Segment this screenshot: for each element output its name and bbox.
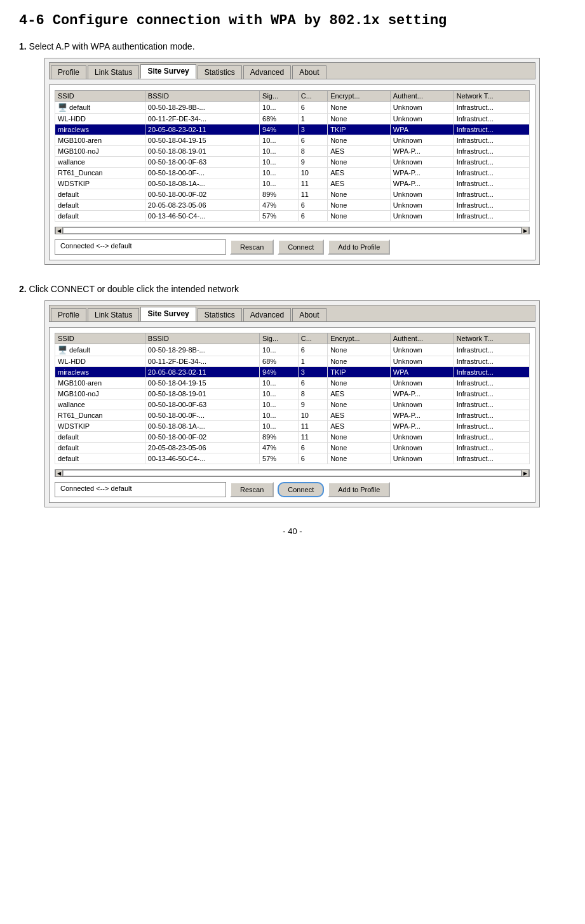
cell-ssid: default xyxy=(55,189,145,200)
page-number: - 40 - xyxy=(19,526,566,536)
cell-sig: 10... xyxy=(260,168,299,178)
panel-content-2: SSID BSSID Sig... C... Encrypt... Authen… xyxy=(49,327,535,503)
table-row[interactable]: default20-05-08-23-05-0647%6NoneUnknownI… xyxy=(55,443,530,453)
step-1-text: 1. Select A.P with WPA authentication mo… xyxy=(19,41,566,51)
tab-linkstatus-1[interactable]: Link Status xyxy=(88,65,139,79)
horizontal-scrollbar-1[interactable]: ◀ ▶ xyxy=(55,227,530,234)
cell-auth: Unknown xyxy=(390,356,454,367)
cell-auth: Unknown xyxy=(390,211,454,222)
cell-auth: Unknown xyxy=(390,453,454,464)
cell-net: Infrastruct... xyxy=(454,102,529,114)
table-row[interactable]: wallance00-50-18-00-0F-6310...9NoneUnkno… xyxy=(55,157,530,168)
connect-button-2[interactable]: Connect xyxy=(278,482,324,497)
cell-encrypt: AES xyxy=(328,146,391,157)
tab-sitesurvey-2[interactable]: Site Survey xyxy=(140,307,196,321)
panel-content-1: SSID BSSID Sig... C... Encrypt... Authen… xyxy=(49,84,535,260)
cell-net: Infrastruct... xyxy=(454,168,529,178)
rescan-button-2[interactable]: Rescan xyxy=(230,482,274,497)
tab-statistics-2[interactable]: Statistics xyxy=(198,308,242,321)
table-row[interactable]: 🖥️default00-50-18-29-8B-...10...6NoneUnk… xyxy=(55,102,530,114)
cell-bssid: 00-50-18-00-0F-02 xyxy=(145,432,259,443)
cell-bssid: 20-05-08-23-05-06 xyxy=(145,200,259,211)
step-1-description: Select A.P with WPA authentication mode. xyxy=(29,41,195,51)
cell-auth: WPA-P... xyxy=(390,168,454,178)
cell-net: Infrastruct... xyxy=(454,421,529,432)
add-to-profile-button-1[interactable]: Add to Profile xyxy=(328,239,390,255)
horizontal-scrollbar-2[interactable]: ◀ ▶ xyxy=(55,469,530,477)
table-row[interactable]: default00-13-46-50-C4-...57%6NoneUnknown… xyxy=(55,211,530,222)
cell-sig: 10... xyxy=(260,102,299,114)
cell-encrypt: TKIP xyxy=(328,367,391,378)
cell-ssid: default xyxy=(55,432,145,443)
table-row[interactable]: default00-50-18-00-0F-0289%11NoneUnknown… xyxy=(55,189,530,200)
cell-encrypt: None xyxy=(328,135,391,146)
table-row[interactable]: WDSTKIP00-50-18-08-1A-...10...11AESWPA-P… xyxy=(55,178,530,189)
tab-profile-1[interactable]: Profile xyxy=(51,65,86,79)
table-row[interactable]: MGB100-noJ00-50-18-08-19-0110...8AESWPA-… xyxy=(55,389,530,399)
cell-net: Infrastruct... xyxy=(454,146,529,157)
cell-auth: Unknown xyxy=(390,443,454,453)
cell-net: Infrastruct... xyxy=(454,124,529,135)
table-row[interactable]: 🖥️default00-50-18-29-8B-...10...6NoneUnk… xyxy=(55,344,530,356)
network-connected-icon: 🖥️ xyxy=(58,103,67,112)
table-row[interactable]: MGB100-noJ00-50-18-08-19-0110...8AESWPA-… xyxy=(55,146,530,157)
tab-advanced-2[interactable]: Advanced xyxy=(243,308,291,321)
cell-bssid: 00-50-18-00-0F-02 xyxy=(145,189,259,200)
tab-advanced-1[interactable]: Advanced xyxy=(243,65,291,79)
cell-auth: Unknown xyxy=(390,102,454,114)
rescan-button-1[interactable]: Rescan xyxy=(230,239,274,255)
table-row[interactable]: miraclews20-05-08-23-02-1194%3TKIPWPAInf… xyxy=(55,367,530,378)
cell-c: 6 xyxy=(298,102,327,114)
cell-encrypt: AES xyxy=(328,421,391,432)
table-row[interactable]: WL-HDD00-11-2F-DE-34-...68%1NoneUnknownI… xyxy=(55,114,530,124)
cell-bssid: 20-05-08-23-02-11 xyxy=(145,367,259,378)
connect-button-1[interactable]: Connect xyxy=(278,239,324,255)
cell-encrypt: None xyxy=(328,211,391,222)
tab-sitesurvey-1[interactable]: Site Survey xyxy=(140,64,196,79)
cell-encrypt: None xyxy=(328,189,391,200)
step-2-text: 2. Click CONNECT or double click the int… xyxy=(19,284,566,294)
cell-sig: 10... xyxy=(260,421,299,432)
table-row[interactable]: MGB100-aren00-50-18-04-19-1510...6NoneUn… xyxy=(55,135,530,146)
cell-ssid: RT61_Duncan xyxy=(55,410,145,421)
cell-sig: 68% xyxy=(260,356,299,367)
scroll-left-2[interactable]: ◀ xyxy=(55,469,63,477)
table-row[interactable]: RT61_Duncan00-50-18-00-0F-...10...10AESW… xyxy=(55,410,530,421)
col-ssid: SSID xyxy=(55,91,145,102)
table-row[interactable]: default00-13-46-50-C4-...57%6NoneUnknown… xyxy=(55,453,530,464)
network-table-2: SSID BSSID Sig... C... Encrypt... Authen… xyxy=(55,333,530,464)
cell-bssid: 00-50-18-00-0F-... xyxy=(145,410,259,421)
scroll-right-1[interactable]: ▶ xyxy=(521,227,529,234)
cell-auth: WPA-P... xyxy=(390,178,454,189)
cell-auth: Unknown xyxy=(390,135,454,146)
table-row[interactable]: default20-05-08-23-05-0647%6NoneUnknownI… xyxy=(55,200,530,211)
tab-statistics-1[interactable]: Statistics xyxy=(198,65,242,79)
tab-about-2[interactable]: About xyxy=(292,308,326,321)
tab-about-1[interactable]: About xyxy=(292,65,326,79)
add-to-profile-button-2[interactable]: Add to Profile xyxy=(328,482,390,497)
page-title: 4-6 Configure connection with WPA by 802… xyxy=(19,13,566,29)
table-row[interactable]: MGB100-aren00-50-18-04-19-1510...6NoneUn… xyxy=(55,378,530,389)
cell-sig: 47% xyxy=(260,200,299,211)
col-auth: Authent... xyxy=(390,91,454,102)
table-row[interactable]: RT61_Duncan00-50-18-00-0F-...10...10AESW… xyxy=(55,168,530,178)
cell-encrypt: AES xyxy=(328,168,391,178)
scroll-left-1[interactable]: ◀ xyxy=(55,227,63,234)
table-row[interactable]: default00-50-18-00-0F-0289%11NoneUnknown… xyxy=(55,432,530,443)
table-row[interactable]: WL-HDD00-11-2F-DE-34-...68%1NoneUnknownI… xyxy=(55,356,530,367)
scroll-right-2[interactable]: ▶ xyxy=(521,469,529,477)
cell-bssid: 00-13-46-50-C4-... xyxy=(145,211,259,222)
cell-auth: Unknown xyxy=(390,157,454,168)
tab-linkstatus-2[interactable]: Link Status xyxy=(88,308,139,321)
cell-bssid: 00-50-18-00-0F-63 xyxy=(145,157,259,168)
table-row[interactable]: wallance00-50-18-00-0F-6310...9NoneUnkno… xyxy=(55,399,530,410)
status-text-1: Connected <--> default xyxy=(55,239,226,255)
table-row[interactable]: WDSTKIP00-50-18-08-1A-...10...11AESWPA-P… xyxy=(55,421,530,432)
cell-ssid: default xyxy=(55,453,145,464)
tab-profile-2[interactable]: Profile xyxy=(51,308,86,321)
cell-encrypt: None xyxy=(328,356,391,367)
cell-c: 1 xyxy=(298,114,327,124)
table-row[interactable]: miraclews20-05-08-23-02-1194%3TKIPWPAInf… xyxy=(55,124,530,135)
cell-auth: Unknown xyxy=(390,432,454,443)
cell-net: Infrastruct... xyxy=(454,200,529,211)
